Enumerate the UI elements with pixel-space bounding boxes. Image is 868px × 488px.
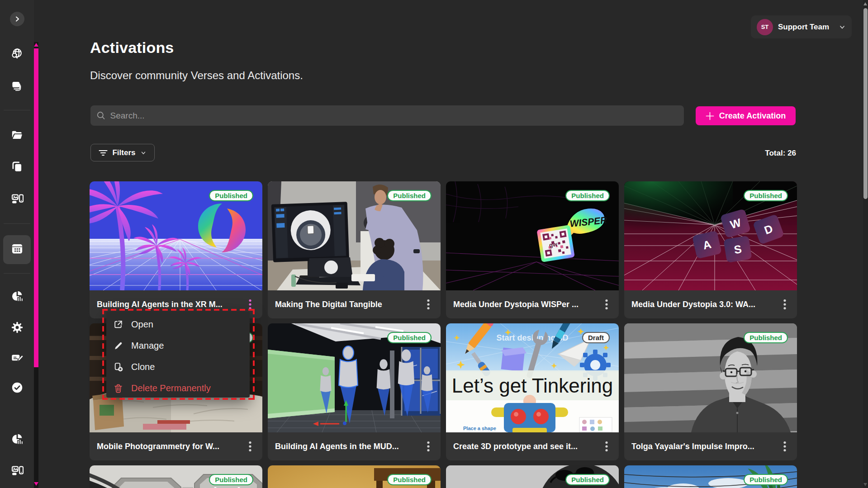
card-title-bar: Making The Digital Tangible bbox=[268, 290, 441, 318]
kebab-icon bbox=[605, 441, 608, 452]
sidebar-item-globe-search[interactable] bbox=[0, 48, 34, 61]
activation-card[interactable]: Start designing 3D Let’s get Tinkering P… bbox=[446, 323, 619, 460]
folder-open-icon bbox=[11, 129, 23, 143]
sidebar-item-gallery-device[interactable] bbox=[0, 194, 34, 206]
card-thumbnail: Published bbox=[624, 323, 797, 432]
activation-card[interactable]: Published bbox=[624, 465, 797, 488]
app-root: ST Support Team Activations Discover com… bbox=[0, 0, 868, 488]
settings-gear-icon bbox=[11, 321, 24, 336]
page-scrollbar-thumb[interactable] bbox=[863, 8, 868, 199]
status-badge: Published bbox=[744, 474, 788, 485]
chevron-right-icon bbox=[14, 15, 21, 23]
card-thumbnail: Published bbox=[268, 181, 441, 290]
status-badge: Published bbox=[387, 332, 432, 343]
sidebar-divider bbox=[4, 273, 30, 274]
gallery-device-icon bbox=[11, 193, 24, 207]
card-title: Mobile Photogrammetry for W... bbox=[97, 442, 242, 451]
create-activation-button[interactable]: Create Activation bbox=[696, 106, 796, 125]
plus-icon bbox=[706, 112, 714, 120]
activation-card[interactable]: PublishedMaking The Digital Tangible bbox=[268, 181, 441, 318]
activation-card[interactable]: PublishedBuilding AI Agents in the MUD..… bbox=[268, 323, 441, 460]
user-menu[interactable]: ST Support Team bbox=[751, 15, 852, 38]
card-title: Making The Digital Tangible bbox=[275, 300, 421, 309]
card-menu-button[interactable] bbox=[599, 437, 614, 455]
card-thumbnail: Published bbox=[624, 465, 797, 488]
sidebar-expand-button[interactable] bbox=[10, 12, 24, 26]
sidebar-scrollbar-thumb[interactable] bbox=[34, 48, 38, 367]
card-menu-button[interactable] bbox=[777, 295, 792, 313]
activation-card[interactable]: WISPER gw PublishedMedia Under Dystopia … bbox=[446, 181, 619, 318]
status-badge: Published bbox=[744, 332, 788, 343]
context-menu-item-manage[interactable]: Manage bbox=[106, 335, 250, 356]
activation-card[interactable]: PublishedBuilding AI Agents in the XR M.… bbox=[90, 181, 262, 318]
card-thumbnail: W A S D Published bbox=[624, 181, 797, 290]
page-scrollbar-down-arrow[interactable] bbox=[863, 483, 867, 486]
search-input[interactable] bbox=[110, 111, 678, 121]
card-thumbnail: Published bbox=[268, 323, 441, 432]
activation-card[interactable]: PublishedTolga Yayalar's Impulse Impro..… bbox=[624, 323, 797, 460]
card-thumbnail: WISPER gw Published bbox=[446, 181, 619, 290]
status-badge: Published bbox=[565, 190, 610, 201]
calendar-grid-icon bbox=[11, 242, 24, 257]
context-menu-item-delete-permanently[interactable]: Delete Permanently bbox=[106, 378, 250, 399]
trash-icon bbox=[113, 383, 123, 393]
sidebar-item-settings-gear[interactable] bbox=[0, 322, 34, 335]
sidebar-item-pie-chart[interactable] bbox=[0, 291, 34, 303]
card-thumbnail: Published bbox=[90, 181, 262, 290]
card-edit-icon bbox=[11, 352, 24, 366]
card-title-bar: Tolga Yayalar's Impulse Impro... bbox=[624, 432, 797, 460]
sidebar-item-gallery-device[interactable] bbox=[0, 465, 34, 478]
kebab-icon bbox=[249, 441, 251, 452]
card-title: Building AI Agents in the XR M... bbox=[97, 300, 242, 309]
card-thumbnail: Start designing 3D Let’s get Tinkering P… bbox=[446, 323, 619, 432]
chevron-down-icon bbox=[839, 24, 846, 31]
layers-icon bbox=[11, 80, 23, 94]
context-menu-item-open[interactable]: Open bbox=[106, 314, 250, 335]
card-menu-button[interactable] bbox=[242, 437, 258, 455]
card-menu-button[interactable] bbox=[421, 295, 436, 313]
card-title-bar: Media Under Dystopia 3.0: WA... bbox=[624, 290, 797, 318]
card-title: Create 3D prototype and see it... bbox=[453, 442, 599, 451]
sidebar-divider bbox=[4, 223, 30, 224]
user-name: Support Team bbox=[778, 23, 834, 32]
svg-text:Place a shape: Place a shape bbox=[463, 426, 496, 431]
status-badge: Published bbox=[209, 474, 253, 485]
sidebar-item-card-edit[interactable] bbox=[0, 353, 34, 365]
status-badge: Published bbox=[387, 474, 432, 485]
kebab-icon bbox=[783, 441, 786, 452]
card-title: Media Under Dystopia WISPer ... bbox=[453, 300, 599, 309]
sidebar-item-copy[interactable] bbox=[0, 161, 34, 174]
card-title-bar: Mobile Photogrammetry for W... bbox=[90, 432, 262, 460]
context-menu-item-clone[interactable]: Clone bbox=[106, 356, 250, 378]
svg-text:Let’s get Tinkering: Let’s get Tinkering bbox=[452, 374, 613, 397]
sidebar-scrollbar-up-arrow[interactable] bbox=[34, 43, 38, 47]
open-external-icon bbox=[113, 319, 123, 330]
check-circle-icon bbox=[11, 381, 24, 396]
activation-card[interactable]: W A S D PublishedMedia Under Dystopia 3.… bbox=[624, 181, 797, 318]
filter-icon bbox=[99, 149, 108, 157]
pie-chart-icon bbox=[11, 290, 24, 304]
svg-text:gw: gw bbox=[549, 241, 558, 249]
status-badge: Published bbox=[565, 474, 610, 485]
avatar: ST bbox=[757, 19, 773, 35]
card-menu-button[interactable] bbox=[242, 295, 258, 313]
sidebar-item-folder-open[interactable] bbox=[0, 129, 34, 142]
total-count: Total: 26 bbox=[660, 149, 796, 158]
activation-card[interactable]: Published bbox=[90, 465, 262, 488]
kebab-icon bbox=[249, 299, 251, 310]
card-menu-button[interactable] bbox=[421, 437, 436, 455]
sidebar-scrollbar-down-arrow[interactable] bbox=[34, 482, 38, 486]
search-icon bbox=[96, 111, 106, 120]
activation-card[interactable]: Published bbox=[268, 465, 441, 488]
card-menu-button[interactable] bbox=[777, 437, 792, 455]
sidebar-item-calendar-grid-active[interactable] bbox=[0, 243, 34, 256]
page-scrollbar-up-arrow[interactable] bbox=[863, 2, 867, 5]
activation-card[interactable]: Published bbox=[446, 465, 619, 488]
card-menu-button[interactable] bbox=[599, 295, 614, 313]
search-bar[interactable] bbox=[90, 105, 684, 126]
filters-button[interactable]: Filters bbox=[90, 144, 155, 161]
card-thumbnail: Published bbox=[268, 465, 441, 488]
sidebar-item-check-circle[interactable] bbox=[0, 382, 34, 395]
sidebar-item-layers[interactable] bbox=[0, 81, 34, 93]
sidebar-item-pie-chart[interactable] bbox=[0, 434, 34, 446]
